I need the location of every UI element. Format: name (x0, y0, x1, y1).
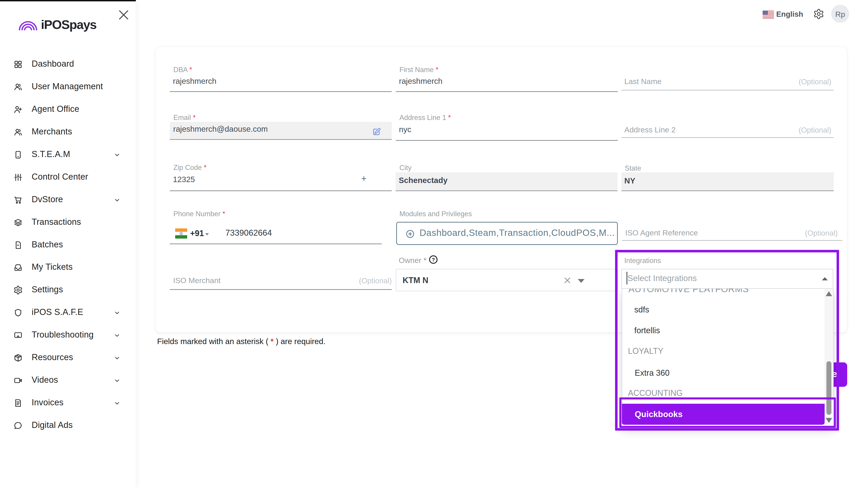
svg-text:?: ? (432, 257, 435, 263)
